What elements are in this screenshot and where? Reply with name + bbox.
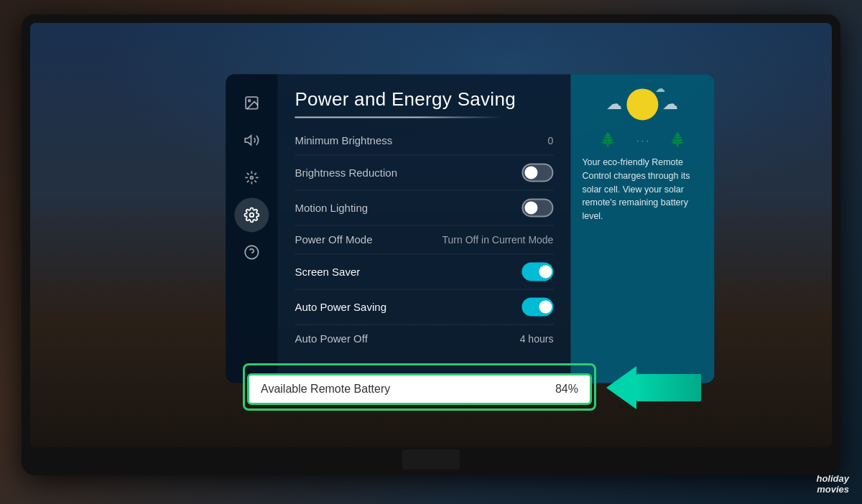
sun-icon: [626, 88, 658, 120]
screen-saver-toggle[interactable]: [522, 262, 553, 281]
dots-decoration: · · ·: [636, 136, 649, 147]
minimum-brightness-value: 0: [548, 135, 554, 146]
sidebar-item-support[interactable]: [234, 235, 269, 269]
teal-arrow: [606, 366, 701, 409]
screen-saver-label: Screen Saver: [295, 266, 360, 278]
tree-icon-right: 🌲: [669, 131, 685, 147]
setting-power-off-mode[interactable]: Power Off Mode Turn Off in Current Mode: [295, 225, 553, 254]
arrow-body: [636, 374, 701, 401]
watermark: holiday movies: [816, 473, 849, 495]
auto-power-saving-label: Auto Power Saving: [295, 301, 386, 313]
setting-auto-power-saving[interactable]: Auto Power Saving: [295, 289, 553, 325]
watermark-line1: holiday: [816, 473, 849, 485]
auto-power-off-value: 4 hours: [520, 333, 554, 345]
brightness-reduction-toggle[interactable]: [522, 163, 553, 182]
battery-value: 84%: [555, 383, 578, 396]
svg-line-8: [247, 173, 249, 175]
svg-line-10: [247, 180, 249, 182]
setting-brightness-reduction[interactable]: Brightness Reduction: [295, 155, 553, 190]
setting-screen-saver[interactable]: Screen Saver: [295, 254, 553, 289]
sidebar-item-general[interactable]: [234, 197, 269, 232]
brightness-reduction-label: Brightness Reduction: [295, 167, 397, 179]
eco-illustration: ☁ ☁ ☁: [582, 88, 703, 120]
auto-power-off-label: Auto Power Off: [295, 332, 367, 345]
cloud-icon-small: ☁: [655, 83, 665, 94]
motion-lighting-toggle[interactable]: [522, 198, 553, 217]
svg-marker-2: [245, 136, 251, 145]
tree-icon-left: 🌲: [600, 131, 616, 147]
setting-auto-power-off[interactable]: Auto Power Off 4 hours: [295, 325, 553, 353]
auto-power-saving-toggle[interactable]: [522, 297, 553, 316]
sidebar-item-picture[interactable]: [234, 85, 269, 120]
sidebar-item-sound[interactable]: [234, 123, 269, 157]
arrow-head: [606, 366, 636, 409]
setting-motion-lighting[interactable]: Motion Lighting: [295, 190, 553, 225]
battery-label: Available Remote Battery: [261, 383, 390, 396]
watermark-line2: movies: [816, 484, 849, 495]
title-underline: [295, 116, 501, 118]
settings-list: Minimum Brightness 0 Brightness Reductio…: [295, 126, 553, 368]
eco-description: Your eco-friendly Remote Control charges…: [582, 156, 703, 223]
svg-point-3: [251, 177, 254, 179]
panel-title: Power and Energy Saving: [295, 88, 553, 111]
power-off-mode-label: Power Off Mode: [295, 233, 372, 246]
tv-screen: Power and Energy Saving Minimum Brightne…: [30, 23, 832, 447]
settings-content: Power and Energy Saving Minimum Brightne…: [277, 74, 570, 383]
tv-stand: [402, 449, 460, 470]
minimum-brightness-label: Minimum Brightness: [295, 134, 392, 146]
cloud-icon-right: ☁: [662, 95, 678, 113]
motion-lighting-label: Motion Lighting: [295, 202, 368, 214]
svg-point-1: [249, 100, 251, 102]
settings-sidebar: [226, 74, 277, 383]
svg-line-9: [254, 180, 256, 182]
svg-point-12: [250, 213, 254, 218]
sidebar-item-network[interactable]: [234, 160, 269, 195]
info-panel: ☁ ☁ ☁ 🌲 · · · 🌲 Your eco-friendly Remote…: [570, 74, 714, 383]
arrow-indicator: [606, 366, 701, 409]
settings-menu: Power and Energy Saving Minimum Brightne…: [226, 74, 714, 383]
setting-minimum-brightness[interactable]: Minimum Brightness 0: [295, 126, 553, 155]
power-off-mode-value: Turn Off in Current Mode: [442, 234, 554, 246]
svg-line-11: [254, 173, 256, 175]
tv-bezel: Power and Energy Saving Minimum Brightne…: [22, 14, 840, 475]
battery-row[interactable]: Available Remote Battery 84%: [247, 373, 592, 405]
cloud-icon-left: ☁: [606, 95, 622, 113]
